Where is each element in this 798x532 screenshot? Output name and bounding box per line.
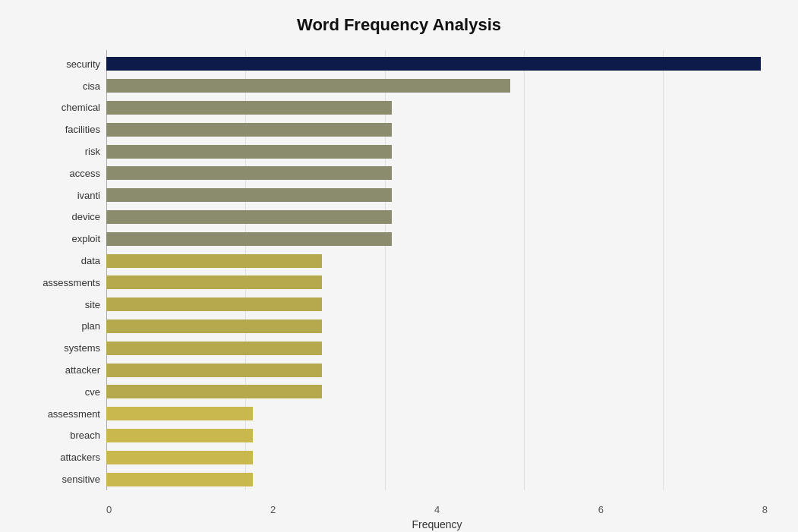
bar: [106, 232, 392, 246]
y-label: data: [81, 251, 100, 271]
bar-row: [106, 165, 768, 181]
bar-row: [106, 187, 768, 203]
bar-row: [106, 121, 768, 138]
bar: [106, 297, 322, 311]
y-label: access: [70, 163, 100, 183]
bar-row: [106, 340, 768, 357]
y-label: assessment: [48, 404, 100, 423]
bar-row: [106, 318, 768, 335]
bar-row: [106, 362, 768, 379]
bar: [106, 254, 322, 268]
bar-row: [106, 449, 768, 466]
y-label: facilities: [65, 120, 100, 140]
bar: [106, 385, 322, 398]
x-tick: 6: [598, 504, 604, 515]
y-label: assessments: [43, 272, 100, 292]
bar: [106, 473, 253, 486]
bar: [106, 188, 392, 202]
y-label: risk: [85, 142, 100, 162]
y-label: chemical: [62, 98, 100, 118]
bar-row: [106, 231, 768, 247]
bar: [106, 57, 761, 71]
y-axis-labels: securitycisachemicalfacilitiesriskaccess…: [30, 50, 106, 490]
x-axis-label: Frequency: [106, 518, 768, 530]
bar: [106, 210, 392, 224]
bars-and-grid: [106, 50, 768, 490]
bar-row: [106, 55, 768, 72]
bar-row: [106, 471, 768, 488]
y-label: exploit: [71, 229, 100, 249]
y-label: ivanti: [77, 185, 100, 205]
bar-row: [106, 253, 768, 269]
bar-row: [106, 427, 768, 444]
y-label: cve: [85, 382, 100, 401]
bar: [106, 407, 253, 420]
y-label: attacker: [65, 360, 100, 380]
y-label: device: [71, 207, 100, 227]
y-label: systems: [64, 338, 100, 358]
y-label: attackers: [60, 448, 100, 467]
chart-container: Word Frequency Analysis securitycisachem…: [0, 0, 798, 532]
bar: [106, 101, 392, 115]
y-label: breach: [70, 426, 100, 445]
bar-row: [106, 296, 768, 313]
y-label: sensitive: [62, 470, 100, 490]
bars-wrapper: [106, 50, 768, 490]
x-axis: 02468: [106, 498, 768, 515]
bar-row: [106, 143, 768, 160]
bar-row: [106, 383, 768, 400]
bar: [106, 429, 253, 442]
bar: [106, 166, 392, 180]
x-tick: 2: [270, 504, 276, 515]
chart-area: securitycisachemicalfacilitiesriskaccess…: [30, 50, 768, 498]
bar-row: [106, 77, 768, 94]
bar: [106, 342, 322, 355]
y-label: plan: [81, 316, 100, 336]
bar-row: [106, 274, 768, 291]
bar: [106, 79, 510, 93]
x-tick: 0: [106, 504, 112, 515]
bar: [106, 145, 392, 159]
bar: [106, 320, 322, 333]
bar: [106, 123, 392, 137]
y-label: cisa: [83, 76, 100, 96]
bar-row: [106, 405, 768, 422]
y-label: site: [85, 294, 100, 314]
bar-row: [106, 99, 768, 116]
bar: [106, 451, 253, 464]
chart-title: Word Frequency Analysis: [30, 15, 768, 35]
bar: [106, 275, 322, 289]
bar-row: [106, 209, 768, 225]
x-tick: 8: [762, 504, 768, 515]
bar: [106, 364, 322, 377]
y-label: security: [66, 54, 100, 74]
x-tick: 4: [434, 504, 440, 515]
